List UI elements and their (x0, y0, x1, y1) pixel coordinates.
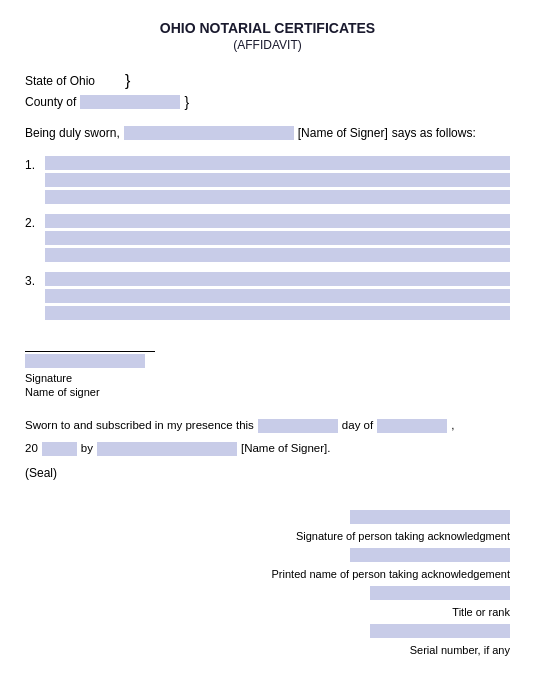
page-subtitle: (AFFIDAVIT) (25, 38, 510, 52)
name-placeholder-2: [Name of Signer]. (241, 437, 330, 460)
item-number-1: 1. (25, 156, 45, 172)
state-county-block: State of Ohio } County of } (25, 72, 510, 110)
numbered-item-2: 2. (25, 214, 510, 262)
county-fill[interactable] (80, 95, 180, 109)
signer-placeholder-label: [Name of Signer] (298, 126, 388, 140)
signature-line (25, 334, 155, 352)
notary-title-fill[interactable] (370, 586, 510, 600)
by-signer-fill[interactable] (97, 442, 237, 456)
sworn-subscribed-prefix: Sworn to and subscribed in my presence t… (25, 414, 254, 437)
seal-label: (Seal) (25, 466, 510, 480)
numbered-item-1: 1. (25, 156, 510, 204)
signature-fill[interactable] (25, 354, 145, 368)
item-2-line-1[interactable] (45, 214, 510, 228)
month-fill[interactable] (377, 419, 447, 433)
county-line: County of } (25, 94, 510, 110)
state-label: State of Ohio (25, 74, 115, 88)
sworn-date-fill[interactable] (258, 419, 338, 433)
signature-block: Signature Name of signer (25, 334, 510, 398)
day-suffix: day of (342, 414, 373, 437)
year-fill[interactable] (42, 442, 77, 456)
notary-printed-label: Printed name of person taking acknowledg… (272, 568, 510, 580)
sworn-suffix: says as follows: (392, 126, 476, 140)
sworn-intro: Being duly sworn, [Name of Signer] says … (25, 126, 510, 140)
state-brace: } (125, 72, 130, 90)
notary-sig-label: Signature of person taking acknowledgmen… (296, 530, 510, 542)
year-prefix: 20 (25, 437, 38, 460)
comma: , (451, 414, 454, 437)
page-title: OHIO NOTARIAL CERTIFICATES (25, 20, 510, 36)
item-3-line-2[interactable] (45, 289, 510, 303)
county-brace: } (184, 94, 189, 110)
item-number-3: 3. (25, 272, 45, 288)
item-2-lines (45, 214, 510, 262)
item-1-line-2[interactable] (45, 173, 510, 187)
sworn-subscribed-block: Sworn to and subscribed in my presence t… (25, 414, 510, 460)
item-2-line-3[interactable] (45, 248, 510, 262)
item-1-line-1[interactable] (45, 156, 510, 170)
state-line: State of Ohio } (25, 72, 510, 90)
item-1-line-3[interactable] (45, 190, 510, 204)
signer-name-fill[interactable] (124, 126, 294, 140)
notary-block: Signature of person taking acknowledgmen… (25, 510, 510, 656)
notary-title-label: Title or rank (452, 606, 510, 618)
notary-serial-fill[interactable] (370, 624, 510, 638)
by-label: by (81, 437, 93, 460)
item-3-lines (45, 272, 510, 320)
item-3-line-1[interactable] (45, 272, 510, 286)
county-label: County of (25, 95, 76, 109)
name-of-signer-label: Name of signer (25, 386, 510, 398)
notary-sig-fill[interactable] (350, 510, 510, 524)
sworn-prefix: Being duly sworn, (25, 126, 120, 140)
item-1-lines (45, 156, 510, 204)
numbered-item-3: 3. (25, 272, 510, 320)
notary-printed-fill[interactable] (350, 548, 510, 562)
notary-serial-label: Serial number, if any (410, 644, 510, 656)
numbered-items-section: 1. 2. 3. (25, 156, 510, 320)
signature-label: Signature (25, 372, 510, 384)
item-number-2: 2. (25, 214, 45, 230)
item-2-line-2[interactable] (45, 231, 510, 245)
item-3-line-3[interactable] (45, 306, 510, 320)
